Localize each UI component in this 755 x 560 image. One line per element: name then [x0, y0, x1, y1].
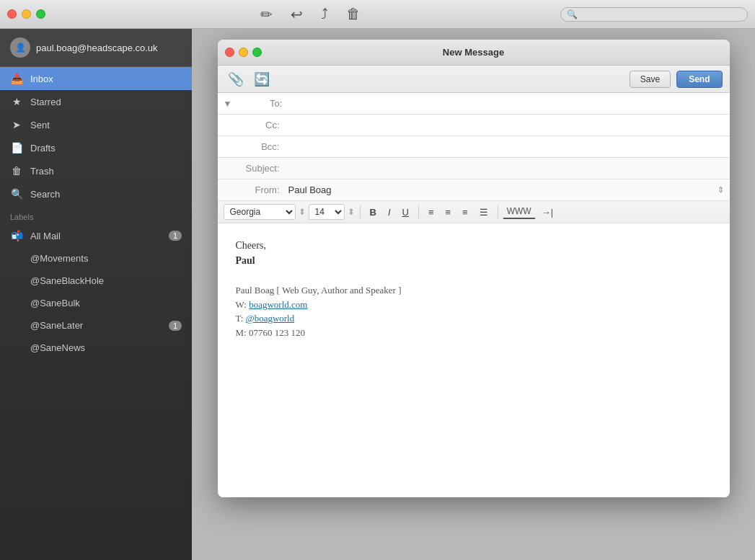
align-center-button[interactable]: ≡: [441, 205, 456, 220]
italic-button[interactable]: I: [384, 205, 395, 220]
from-select[interactable]: Paul Boag: [286, 181, 718, 199]
signature-line-1: Paul Boag [ Web Guy, Author and Speaker …: [236, 283, 712, 298]
compose-toolbar-left: 📎 🔄: [225, 70, 630, 89]
to-field: ▼ To:: [218, 93, 730, 115]
font-size-select[interactable]: 14: [309, 204, 345, 220]
save-button[interactable]: Save: [630, 71, 671, 88]
sidebar-label-search: Search: [30, 189, 182, 200]
account-row[interactable]: 👤 paul.boag@headscape.co.uk: [0, 29, 192, 67]
sidebar-label-trash: Trash: [30, 166, 182, 177]
main-titlebar: ✏ ↩ ⤴ 🗑 🔍: [0, 0, 755, 29]
sidebar-label-sane-later: @SaneLater: [30, 320, 162, 331]
sidebar-label-all-mail: All Mail: [30, 231, 162, 241]
inbox-icon: 📥: [10, 73, 23, 84]
underline-button[interactable]: U: [398, 205, 413, 220]
link-button[interactable]: WWW: [503, 205, 535, 219]
to-label: To:: [237, 98, 288, 109]
sidebar-item-drafts[interactable]: 📄 Drafts: [0, 136, 192, 159]
cc-field: Cc:: [218, 115, 730, 136]
website-link[interactable]: boagworld.com: [249, 299, 307, 310]
search-bar[interactable]: 🔍: [560, 7, 748, 22]
font-family-select[interactable]: Georgia: [224, 204, 296, 220]
signature-line-4: M: 07760 123 120: [236, 326, 712, 340]
from-label: From:: [235, 185, 286, 195]
compose-body[interactable]: Cheers, Paul Paul Boag [ Web Guy, Author…: [218, 223, 730, 497]
sidebar-label-sent: Sent: [30, 120, 182, 130]
forward-icon[interactable]: ⤴: [321, 6, 328, 22]
all-mail-icon: 📬: [10, 230, 23, 241]
sidebar-item-sent[interactable]: ➤ Sent: [0, 113, 192, 136]
expand-recipients-button[interactable]: ▼: [218, 99, 238, 109]
body-name: Paul: [236, 255, 255, 266]
cc-label: Cc:: [235, 120, 286, 130]
compose-window-controls: [225, 48, 262, 57]
close-button[interactable]: [7, 9, 17, 19]
compose-close-button[interactable]: [225, 48, 234, 57]
sidebar-item-starred[interactable]: ★ Starred: [0, 90, 192, 113]
signature-line-2: W: boagworld.com: [236, 298, 712, 312]
sidebar-label-sane-news: @SaneNews: [30, 342, 182, 353]
window-controls: [7, 9, 45, 19]
format-separator-1: [360, 205, 361, 218]
to-input[interactable]: [288, 94, 729, 112]
sidebar-item-trash[interactable]: 🗑 Trash: [0, 159, 192, 182]
more-icon[interactable]: 🔄: [251, 70, 273, 89]
sane-later-badge: 1: [169, 321, 182, 331]
maximize-button[interactable]: [36, 9, 45, 19]
body-greeting: Cheers, Paul: [236, 238, 712, 268]
avatar: 👤: [10, 37, 30, 58]
bcc-input[interactable]: [286, 138, 730, 156]
align-right-button[interactable]: ≡: [458, 205, 472, 220]
list-button[interactable]: ☰: [475, 205, 493, 220]
compose-window: New Message 📎 🔄 Save Send ▼ To:: [218, 40, 730, 497]
sidebar-item-sane-blackhole[interactable]: @SaneBlackHole: [0, 270, 192, 292]
sidebar-item-inbox[interactable]: 📥 Inbox: [0, 67, 192, 90]
sidebar-item-all-mail[interactable]: 📬 All Mail 1: [0, 224, 192, 247]
trash-icon[interactable]: 🗑: [346, 6, 361, 22]
sidebar-label-drafts: Drafts: [30, 143, 182, 154]
drafts-icon: 📄: [10, 142, 23, 154]
compose-maximize-button[interactable]: [252, 48, 262, 57]
compose-toolbar-right: Save Send: [630, 71, 723, 88]
reply-icon[interactable]: ↩: [291, 6, 303, 23]
compose-toolbar: 📎 🔄 Save Send: [218, 66, 730, 93]
sidebar-item-sane-bulk[interactable]: @SaneBulk: [0, 292, 192, 314]
send-button[interactable]: Send: [676, 71, 722, 88]
sidebar-label-movements: @Movements: [30, 253, 182, 264]
sent-icon: ➤: [10, 119, 23, 130]
subject-input[interactable]: [286, 159, 730, 177]
search-icon-sidebar: 🔍: [10, 188, 23, 200]
twitter-link[interactable]: @boagworld: [246, 313, 295, 324]
sidebar-label-sane-bulk: @SaneBulk: [30, 298, 182, 308]
mobile-number: 07760 123 120: [249, 327, 305, 338]
sidebar-label-inbox: Inbox: [30, 74, 182, 84]
sidebar-item-movements[interactable]: @Movements: [0, 247, 192, 270]
main-toolbar: ✏ ↩ ⤴ 🗑: [60, 6, 560, 23]
search-input[interactable]: [580, 9, 741, 19]
sidebar-item-sane-news[interactable]: @SaneNews: [0, 337, 192, 359]
sidebar-item-search[interactable]: 🔍 Search: [0, 182, 192, 205]
all-mail-badge: 1: [169, 231, 182, 241]
sidebar-item-sane-later[interactable]: @SaneLater 1: [0, 314, 192, 337]
bold-button[interactable]: B: [366, 205, 381, 220]
sidebar-label-starred: Starred: [30, 97, 182, 107]
content-area: New Message 📎 🔄 Save Send ▼ To:: [192, 29, 755, 560]
cc-input[interactable]: [286, 116, 730, 134]
labels-section-header: Labels: [0, 205, 192, 224]
signature-line-3: T: @boagworld: [236, 311, 712, 326]
compose-icon[interactable]: ✏: [260, 6, 273, 23]
minimize-button[interactable]: [22, 9, 31, 19]
font-stepper-icon: ⬍: [299, 207, 306, 217]
attach-icon[interactable]: 📎: [225, 70, 247, 89]
compose-minimize-button[interactable]: [239, 48, 248, 57]
compose-titlebar: New Message: [218, 40, 730, 66]
size-stepper-icon: ⬍: [348, 207, 355, 217]
sidebar: 👤 paul.boag@headscape.co.uk 📥 Inbox ★ St…: [0, 29, 192, 560]
align-left-button[interactable]: ≡: [424, 205, 438, 220]
indent-button[interactable]: →|: [538, 205, 557, 219]
compose-window-title: New Message: [443, 47, 504, 58]
trash-icon-sidebar: 🗑: [10, 165, 23, 177]
from-field: From: Paul Boag ⇕: [218, 179, 730, 201]
subject-field: Subject:: [218, 158, 730, 179]
from-arrow-icon: ⇕: [718, 185, 730, 195]
